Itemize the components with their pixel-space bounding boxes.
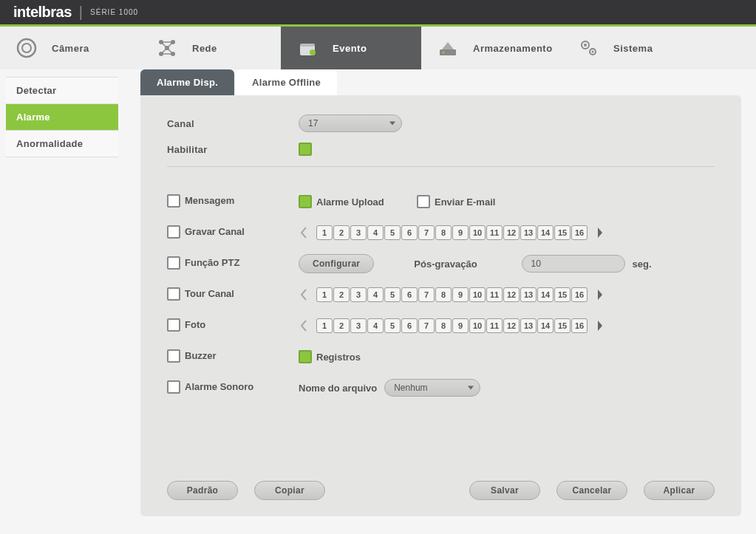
cancelar-button[interactable]: Cancelar	[556, 481, 627, 500]
channel-button-5[interactable]: 5	[384, 287, 401, 302]
channel-button-11[interactable]: 11	[486, 318, 503, 333]
channel-button-8[interactable]: 8	[435, 225, 452, 240]
channel-button-6[interactable]: 6	[401, 225, 418, 240]
channel-button-15[interactable]: 15	[554, 287, 571, 302]
chevron-down-icon	[468, 386, 474, 390]
channel-button-2[interactable]: 2	[333, 225, 350, 240]
salvar-button[interactable]: Salvar	[469, 481, 540, 500]
aplicar-button[interactable]: Aplicar	[644, 481, 715, 500]
channel-button-8[interactable]: 8	[435, 287, 452, 302]
channel-button-7[interactable]: 7	[418, 318, 435, 333]
channel-button-7[interactable]: 7	[418, 287, 435, 302]
brand-name: intelbras	[13, 4, 72, 21]
configurar-button[interactable]: Configurar	[299, 254, 374, 273]
channel-button-9[interactable]: 9	[452, 225, 469, 240]
channel-button-4[interactable]: 4	[367, 318, 384, 333]
nome-arquivo-dropdown[interactable]: Nenhum	[384, 379, 480, 397]
channel-button-1[interactable]: 1	[316, 318, 333, 333]
channel-button-3[interactable]: 3	[350, 287, 367, 302]
channel-button-10[interactable]: 10	[469, 225, 486, 240]
channel-button-14[interactable]: 14	[537, 287, 554, 302]
padrao-button[interactable]: Padrão	[167, 481, 238, 500]
gravar-canal-checkbox[interactable]	[167, 225, 180, 239]
pos-gravacao-label: Pós-gravação	[414, 259, 477, 270]
channel-button-11[interactable]: 11	[486, 225, 503, 240]
channel-button-16[interactable]: 16	[571, 318, 588, 333]
channel-button-2[interactable]: 2	[333, 318, 350, 333]
buzzer-checkbox[interactable]	[167, 349, 180, 363]
channel-button-13[interactable]: 13	[520, 287, 537, 302]
tab-alarme-disp[interactable]: Alarme Disp.	[140, 69, 234, 95]
channel-button-12[interactable]: 12	[503, 318, 520, 333]
channel-button-10[interactable]: 10	[469, 318, 486, 333]
nav-event[interactable]: Evento	[281, 27, 421, 69]
sidebar-item-alarme[interactable]: Alarme	[6, 104, 118, 131]
nav-camera-label: Câmera	[52, 43, 89, 54]
channel-button-11[interactable]: 11	[486, 287, 503, 302]
channel-button-2[interactable]: 2	[333, 287, 350, 302]
habilitar-label: Habilitar	[167, 144, 299, 155]
channel-button-6[interactable]: 6	[401, 287, 418, 302]
svg-point-17	[584, 44, 587, 47]
channel-button-12[interactable]: 12	[503, 225, 520, 240]
channel-button-16[interactable]: 16	[571, 287, 588, 302]
channel-button-3[interactable]: 3	[350, 318, 367, 333]
channel-button-14[interactable]: 14	[537, 318, 554, 333]
svg-point-0	[18, 39, 35, 57]
channel-button-9[interactable]: 9	[452, 318, 469, 333]
foto-next-icon[interactable]	[595, 318, 605, 334]
channel-button-6[interactable]: 6	[401, 318, 418, 333]
channel-button-15[interactable]: 15	[554, 318, 571, 333]
channel-button-10[interactable]: 10	[469, 287, 486, 302]
channel-button-8[interactable]: 8	[435, 318, 452, 333]
alarme-upload-checkbox[interactable]	[299, 195, 312, 208]
canal-dropdown[interactable]: 17	[299, 114, 402, 132]
seg-label: seg.	[633, 259, 652, 270]
channel-button-7[interactable]: 7	[418, 225, 435, 240]
channel-button-13[interactable]: 13	[520, 225, 537, 240]
channel-button-15[interactable]: 15	[554, 225, 571, 240]
channel-button-5[interactable]: 5	[384, 225, 401, 240]
tour-canal-checkbox[interactable]	[167, 287, 180, 301]
nav-camera[interactable]: Câmera	[0, 27, 140, 69]
channel-button-1[interactable]: 1	[316, 225, 333, 240]
svg-point-1	[22, 44, 31, 52]
nav-network[interactable]: Rede	[140, 27, 281, 69]
event-icon	[296, 36, 319, 60]
tab-alarme-offline[interactable]: Alarme Offline	[236, 69, 337, 95]
channel-button-9[interactable]: 9	[452, 287, 469, 302]
funcao-ptz-checkbox[interactable]	[167, 256, 180, 270]
channel-button-3[interactable]: 3	[350, 225, 367, 240]
alarme-sonoro-checkbox[interactable]	[167, 380, 180, 394]
svg-rect-14	[440, 49, 456, 55]
gravar-next-icon[interactable]	[595, 225, 605, 241]
sidebar-item-anormalidade[interactable]: Anormalidade	[6, 131, 118, 157]
channel-button-4[interactable]: 4	[367, 287, 384, 302]
foto-checkbox[interactable]	[167, 318, 180, 332]
mensagem-checkbox[interactable]	[167, 194, 180, 208]
nav-storage[interactable]: Armazenamento	[421, 27, 562, 69]
channel-button-4[interactable]: 4	[367, 225, 384, 240]
channel-button-5[interactable]: 5	[384, 318, 401, 333]
tabs: Alarme Disp. Alarme Offline	[140, 69, 741, 95]
channel-button-1[interactable]: 1	[316, 287, 333, 302]
pos-gravacao-input[interactable]	[522, 255, 625, 273]
habilitar-checkbox[interactable]	[299, 143, 312, 156]
channel-button-16[interactable]: 16	[571, 225, 588, 240]
copiar-button[interactable]: Copiar	[254, 481, 325, 500]
nome-arquivo-label: Nome do arquivo	[299, 383, 377, 394]
tour-prev-icon[interactable]	[299, 287, 309, 303]
nav-system[interactable]: Sistema	[562, 27, 702, 69]
foto-channel-list: 12345678910111213141516	[316, 318, 588, 333]
layout: Detectar Alarme Anormalidade Alarme Disp…	[0, 69, 756, 531]
foto-prev-icon[interactable]	[299, 318, 309, 334]
channel-button-14[interactable]: 14	[537, 225, 554, 240]
enviar-email-checkbox[interactable]	[417, 195, 430, 208]
channel-button-12[interactable]: 12	[503, 287, 520, 302]
alarme-sonoro-label: Alarme Sonoro	[185, 381, 253, 392]
tour-next-icon[interactable]	[595, 287, 605, 303]
registros-checkbox[interactable]	[299, 350, 312, 363]
sidebar-item-detectar[interactable]: Detectar	[6, 77, 118, 104]
channel-button-13[interactable]: 13	[520, 318, 537, 333]
gravar-prev-icon[interactable]	[299, 225, 309, 241]
